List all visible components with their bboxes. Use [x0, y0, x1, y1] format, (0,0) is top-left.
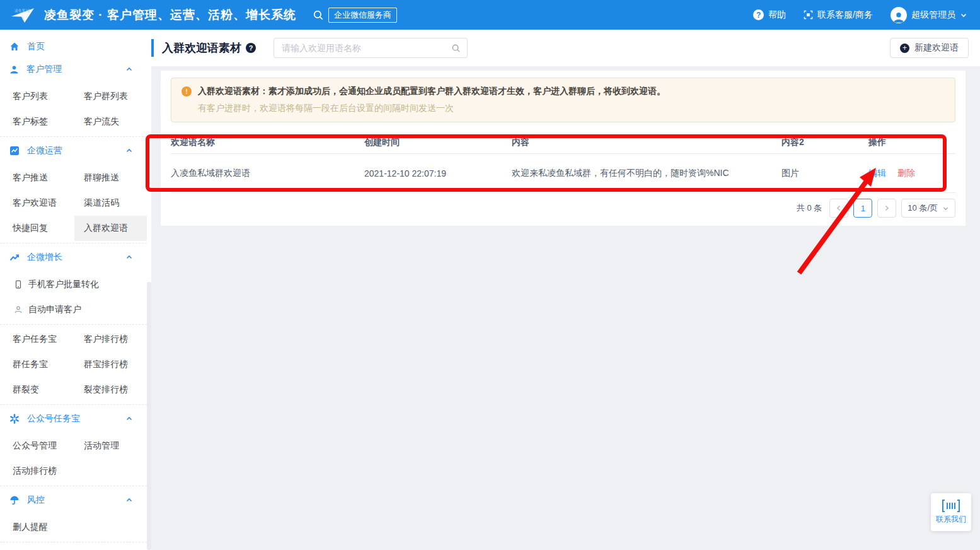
sidebar-item-official-account-management[interactable]: 公众号管理 [13, 433, 84, 459]
sidebar-item-label: 手机客户批量转化 [28, 279, 99, 290]
sidebar-scrollbar[interactable] [147, 282, 151, 550]
sidebar-item-fission-ranking[interactable]: 裂变排行榜 [84, 377, 147, 402]
warning-icon: ! [182, 86, 192, 97]
sidebar-row: 公众号管理 活动管理 [0, 433, 147, 459]
sidebar-item-customer-group-list[interactable]: 客户群列表 [84, 84, 147, 109]
page-size-select[interactable]: 10 条/页 [901, 199, 955, 218]
sidebar-section-wecom-operation[interactable]: 企微运营 [0, 139, 147, 163]
sidebar-row: 删人提醒 [0, 515, 147, 540]
sidebar-item-label: 自动申请客户 [28, 304, 81, 315]
sidebar-item-phone-batch-convert[interactable]: 手机客户批量转化 [0, 272, 147, 297]
cell-created: 2021-12-10 22:07:19 [364, 168, 512, 178]
sidebar-item-delete-reminder[interactable]: 删人提醒 [13, 515, 84, 540]
new-welcome-button[interactable]: + 新建欢迎语 [890, 38, 969, 58]
divider [0, 324, 147, 325]
chevron-up-icon [125, 254, 133, 261]
page-size-value: 10 条/页 [908, 202, 938, 214]
sidebar-section-customer-management[interactable]: 客户管理 [0, 57, 147, 81]
col-header-actions: 操作 [868, 137, 955, 148]
sidebar-section-wecom-growth[interactable]: 企微增长 [0, 245, 147, 269]
main-content: 入群欢迎语素材 ? + 新建欢迎语 ! 入群欢迎语素材：素才添加成功后，会通知企… [151, 30, 980, 550]
sidebar-item-home[interactable]: 首页 [0, 36, 147, 57]
auto-apply-icon [14, 305, 23, 314]
section-title-label: 企微运营 [27, 145, 62, 156]
edit-link[interactable]: 编辑 [868, 168, 886, 178]
user-label: 超级管理员 [911, 9, 955, 21]
sidebar-item-customer-tags[interactable]: 客户标签 [13, 109, 84, 134]
sidebar-item-customer-welcome[interactable]: 客户欢迎语 [13, 190, 84, 216]
sidebar-item-customer-list[interactable]: 客户列表 [13, 84, 84, 109]
phone-icon [14, 280, 23, 289]
sidebar-item-customer-task[interactable]: 客户任务宝 [13, 327, 84, 352]
sidebar-row: 客户标签 客户流失 [0, 109, 147, 134]
page-title-text: 入群欢迎语素材 [162, 40, 241, 56]
contact-us-widget[interactable]: 联系我们 [931, 493, 971, 531]
section-title-label: 客户管理 [26, 64, 62, 75]
title-help-icon[interactable]: ? [246, 43, 256, 53]
chevron-up-icon [125, 415, 133, 423]
cell-name: 入凌鱼私域群欢迎语 [171, 168, 364, 179]
sidebar-item-group-ranking[interactable]: 群宝排行榜 [84, 352, 147, 377]
sidebar-row: 客户任务宝 客户排行榜 [0, 327, 147, 352]
section-title-label: 公众号任务宝 [27, 413, 80, 424]
sidebar-item-customer-churn[interactable]: 客户流失 [84, 109, 147, 134]
section-title-label: 企微增长 [27, 252, 62, 263]
sidebar: 首页 客户管理 客户列表 客户群列表 客户标签 客户流失 [0, 30, 151, 550]
sidebar-item-customer-push[interactable]: 客户推送 [13, 165, 84, 190]
sidebar-item-channel-qr[interactable]: 渠道活码 [84, 190, 147, 216]
sidebar-row: 客户列表 客户群列表 [0, 84, 147, 109]
chevron-down-icon [942, 205, 949, 212]
sidebar-item-auto-apply-customer[interactable]: 自动申请客户 [0, 297, 147, 322]
sidebar-item-activity-ranking[interactable]: 活动排行榜 [13, 459, 84, 484]
logo-text: 凌鱼私域 [14, 8, 30, 14]
chevron-up-icon [125, 66, 133, 73]
divider [0, 243, 147, 243]
home-icon [9, 42, 20, 52]
new-welcome-button-label: 新建欢迎语 [914, 42, 959, 54]
sidebar-section-official-account-task[interactable]: 公众号任务宝 [0, 407, 147, 431]
sidebar-row: 快捷回复 入群欢迎语 [0, 216, 147, 241]
help-label: 帮助 [768, 9, 786, 21]
sidebar-section-risk-control[interactable]: 风控 [0, 488, 147, 512]
divider [0, 542, 147, 542]
sidebar-item-activity-management[interactable]: 活动管理 [84, 433, 147, 459]
prev-page-button[interactable] [829, 199, 848, 218]
page-1-button[interactable]: 1 [853, 199, 872, 218]
table-header-row: 欢迎语名称 创建时间 内容 内容2 操作 [171, 131, 955, 154]
sidebar-home-label: 首页 [27, 41, 45, 52]
cell-content: 欢迎来私凌鱼私域群，有任何不明白的，随时资询%NIC [512, 168, 781, 179]
contact-label: 联系客服/商务 [817, 9, 873, 21]
content-card: ! 入群欢迎语素材：素才添加成功后，会通知企业成员配置到客户群入群欢迎语才生效，… [161, 71, 966, 226]
title-accent-bar [151, 39, 154, 57]
help-button[interactable]: ? 帮助 [753, 9, 786, 21]
next-page-button[interactable] [877, 199, 896, 218]
sidebar-item-group-join-welcome-active[interactable]: 入群欢迎语 [74, 216, 147, 241]
sidebar-item-group-task[interactable]: 群任务宝 [13, 352, 84, 377]
notice-banner: ! 入群欢迎语素材：素才添加成功后，会通知企业成员配置到客户群入群欢迎语才生效，… [171, 78, 955, 122]
sidebar-row: 客户推送 群聊推送 [0, 165, 147, 190]
page-header: 入群欢迎语素材 ? + 新建欢迎语 [151, 30, 980, 66]
user-menu[interactable]: 超级管理员 [891, 7, 967, 23]
pagination: 共 0 条 1 10 条/页 [171, 193, 955, 223]
chevron-down-icon [960, 11, 967, 19]
chevron-left-icon [835, 204, 843, 212]
delete-link[interactable]: 删除 [897, 168, 915, 178]
sidebar-row: 群任务宝 群宝排行榜 [0, 352, 147, 377]
contact-support-button[interactable]: 联系客服/商务 [804, 9, 873, 21]
avatar [891, 7, 907, 23]
sidebar-item-customer-ranking[interactable]: 客户排行榜 [84, 327, 147, 352]
divider [0, 404, 147, 405]
welcome-table: 欢迎语名称 创建时间 内容 内容2 操作 入凌鱼私域群欢迎语 2021-12-1… [171, 131, 955, 193]
top-header-bar: 凌鱼私域 凌鱼裂变 · 客户管理、运营、活粉、增长系统 企业微信服务商 ? 帮助… [0, 0, 980, 30]
cell-content2: 图片 [781, 168, 868, 179]
search-input[interactable] [280, 42, 451, 54]
divider [0, 136, 147, 137]
sidebar-item-quick-reply[interactable]: 快捷回复 [13, 216, 84, 241]
table-row: 入凌鱼私域群欢迎语 2021-12-10 22:07:19 欢迎来私凌鱼私域群，… [171, 154, 955, 193]
search-icon[interactable] [451, 44, 461, 53]
sidebar-row: 活动排行榜 [0, 459, 147, 484]
sidebar-item-group-fission[interactable]: 群裂变 [13, 377, 84, 402]
app-logo[interactable]: 凌鱼私域 [10, 5, 37, 25]
barcode-icon [942, 500, 960, 512]
sidebar-item-group-chat-push[interactable]: 群聊推送 [84, 165, 147, 190]
